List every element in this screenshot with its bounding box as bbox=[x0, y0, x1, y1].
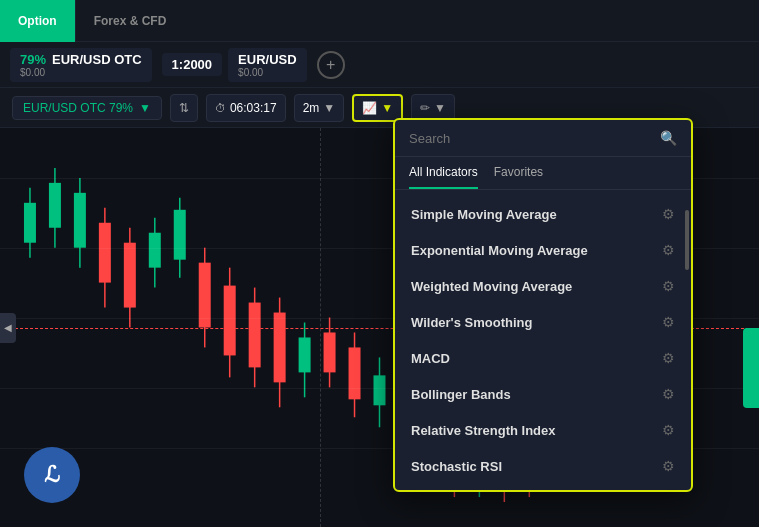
pair-label: EUR/USD OTC 79% bbox=[23, 101, 133, 115]
right-candle-preview bbox=[743, 328, 759, 408]
gear-icon[interactable]: ⚙ bbox=[662, 422, 675, 438]
asset-price: $0.00 bbox=[20, 67, 142, 78]
svg-rect-7 bbox=[99, 223, 111, 283]
chart-type-icon: 📈 bbox=[362, 101, 377, 115]
svg-rect-11 bbox=[149, 233, 161, 268]
asset-pct: 79% bbox=[20, 52, 46, 67]
toolbar-time: 06:03:17 bbox=[230, 101, 277, 115]
search-icon: 🔍 bbox=[660, 130, 677, 146]
indicator-name: Wilder's Smoothing bbox=[411, 315, 532, 330]
svg-rect-29 bbox=[374, 375, 386, 405]
settings-icon: ⇅ bbox=[179, 101, 189, 115]
svg-rect-25 bbox=[324, 332, 336, 372]
svg-rect-13 bbox=[174, 210, 186, 260]
indicator-name: Exponential Moving Average bbox=[411, 243, 588, 258]
add-asset-button[interactable]: + bbox=[317, 51, 345, 79]
svg-rect-27 bbox=[349, 347, 361, 399]
indicator-tabs: All Indicators Favorites bbox=[395, 157, 691, 190]
svg-rect-9 bbox=[124, 243, 136, 308]
svg-rect-3 bbox=[49, 183, 61, 228]
gear-icon[interactable]: ⚙ bbox=[662, 278, 675, 294]
svg-rect-5 bbox=[74, 193, 86, 248]
gear-icon[interactable]: ⚙ bbox=[662, 206, 675, 222]
indicator-name: MACD bbox=[411, 351, 450, 366]
clock-icon: ⏱ bbox=[215, 102, 226, 114]
svg-rect-23 bbox=[299, 337, 311, 372]
sidebar-toggle[interactable]: ◀ bbox=[0, 313, 16, 343]
asset-bar: 79% EUR/USD OTC $0.00 1:2000 EUR/USD $0.… bbox=[0, 42, 759, 88]
indicator-name: Relative Strength Index bbox=[411, 423, 555, 438]
list-item[interactable]: Stochastic RSI ⚙ bbox=[395, 448, 691, 484]
indicator-list: Simple Moving Average ⚙ Exponential Movi… bbox=[395, 190, 691, 490]
list-item[interactable]: Simple Moving Average ⚙ bbox=[395, 196, 691, 232]
logo-icon: ℒ bbox=[44, 462, 60, 488]
chart-settings-button[interactable]: ⇅ bbox=[170, 94, 198, 122]
tab-favorites[interactable]: Favorites bbox=[494, 165, 543, 189]
indicators-dropdown: 🔍 All Indicators Favorites Simple Moving… bbox=[393, 118, 693, 492]
draw-icon: ✏ bbox=[420, 101, 430, 115]
pair-selector[interactable]: EUR/USD OTC 79% ▼ bbox=[12, 96, 162, 120]
indicator-name: Stochastic RSI bbox=[411, 459, 502, 474]
svg-rect-21 bbox=[274, 313, 286, 383]
asset-chip-primary[interactable]: 79% EUR/USD OTC $0.00 bbox=[10, 48, 152, 82]
period-label: 2m bbox=[303, 101, 320, 115]
asset-chip-secondary[interactable]: EUR/USD $0.00 bbox=[228, 48, 307, 82]
multiplier-value: 1:2000 bbox=[172, 57, 212, 72]
asset-name: EUR/USD OTC bbox=[52, 52, 142, 67]
draw-arrow: ▼ bbox=[434, 101, 446, 115]
period-selector[interactable]: 2m ▼ bbox=[294, 94, 345, 122]
indicator-name: Simple Moving Average bbox=[411, 207, 557, 222]
svg-rect-1 bbox=[24, 203, 36, 243]
tab-forex[interactable]: Forex & CFD bbox=[75, 0, 185, 42]
indicator-name: Weighted Moving Average bbox=[411, 279, 572, 294]
pair-dropdown-arrow: ▼ bbox=[139, 101, 151, 115]
search-input[interactable] bbox=[409, 131, 652, 146]
gear-icon[interactable]: ⚙ bbox=[662, 386, 675, 402]
search-bar: 🔍 bbox=[395, 120, 691, 157]
asset-price-secondary: $0.00 bbox=[238, 67, 297, 78]
gear-icon[interactable]: ⚙ bbox=[662, 350, 675, 366]
gear-icon[interactable]: ⚙ bbox=[662, 314, 675, 330]
list-item[interactable]: Exponential Moving Average ⚙ bbox=[395, 232, 691, 268]
list-item[interactable]: Relative Strength Index ⚙ bbox=[395, 412, 691, 448]
logo-badge: ℒ bbox=[24, 447, 80, 503]
arrow-icon: ◀ bbox=[4, 322, 12, 333]
tab-all-indicators[interactable]: All Indicators bbox=[409, 165, 478, 189]
top-nav: Option Forex & CFD bbox=[0, 0, 759, 42]
chart-type-button[interactable]: 📈 ▼ bbox=[352, 94, 403, 122]
indicator-name: Bollinger Bands bbox=[411, 387, 511, 402]
clock-indicator: ⏱ 06:03:17 bbox=[206, 94, 286, 122]
multiplier-chip[interactable]: 1:2000 bbox=[162, 53, 222, 76]
period-arrow: ▼ bbox=[323, 101, 335, 115]
asset-name-secondary: EUR/USD bbox=[238, 52, 297, 67]
svg-rect-17 bbox=[224, 286, 236, 356]
tab-option[interactable]: Option bbox=[0, 0, 75, 42]
list-item[interactable]: Weighted Moving Average ⚙ bbox=[395, 268, 691, 304]
list-item[interactable]: Bollinger Bands ⚙ bbox=[395, 376, 691, 412]
gear-icon[interactable]: ⚙ bbox=[662, 242, 675, 258]
gear-icon[interactable]: ⚙ bbox=[662, 458, 675, 474]
list-item[interactable]: MACD ⚙ bbox=[395, 340, 691, 376]
svg-rect-19 bbox=[249, 303, 261, 368]
list-item[interactable]: Wilder's Smoothing ⚙ bbox=[395, 304, 691, 340]
chart-type-arrow: ▼ bbox=[381, 101, 393, 115]
scrollbar[interactable] bbox=[685, 210, 689, 270]
